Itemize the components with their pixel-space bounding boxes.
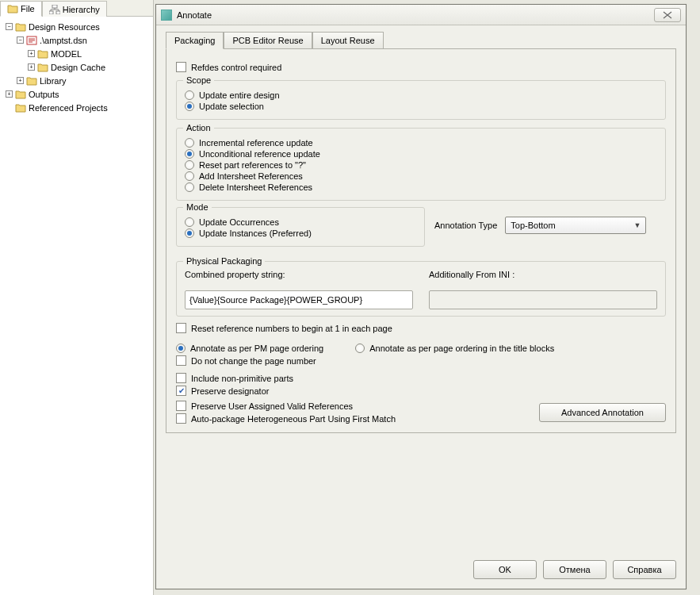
- close-button[interactable]: [654, 8, 681, 22]
- checkbox-include-non-primitive[interactable]: Include non-primitive parts: [176, 373, 666, 383]
- tree-node-dsn[interactable]: − .\amptst.dsn: [2, 33, 151, 47]
- dialog-footer: OK Отмена Справка: [156, 552, 686, 589]
- plus-icon[interactable]: +: [28, 63, 35, 71]
- project-tree[interactable]: − Design Resources − .\amptst.dsn + MODE…: [0, 17, 153, 595]
- tree-label: .\amptst.dsn: [40, 36, 87, 45]
- annotation-type-combo[interactable]: Top-Bottom ▼: [505, 217, 646, 234]
- folder-icon: [15, 22, 26, 32]
- checkbox-label: Preserve User Assigned Valid References: [191, 401, 353, 411]
- radio-icon: [185, 182, 194, 192]
- checkbox-reset-begin-1[interactable]: Reset reference numbers to begin at 1 in…: [176, 323, 666, 333]
- dialog-title: Annotate: [177, 10, 212, 20]
- radio-incremental-update[interactable]: Incremental reference update: [185, 138, 657, 148]
- tree-node-design-cache[interactable]: + Design Cache: [2, 60, 151, 74]
- radio-label: Add Intersheet References: [199, 171, 303, 181]
- tab-layout-reuse[interactable]: Layout Reuse: [312, 32, 384, 49]
- group-action: Action Incremental reference update Unco…: [176, 128, 666, 201]
- radio-icon: [185, 228, 194, 238]
- advanced-annotation-button[interactable]: Advanced Annotation: [539, 403, 666, 422]
- plus-icon[interactable]: +: [17, 77, 24, 84]
- minus-icon[interactable]: −: [6, 23, 13, 30]
- combined-property-label: Combined property string:: [185, 270, 413, 279]
- help-button[interactable]: Справка: [613, 560, 676, 579]
- dialog-titlebar[interactable]: Annotate: [156, 5, 686, 25]
- radio-label: Update entire design: [199, 90, 280, 100]
- group-title: Scope: [183, 75, 214, 85]
- combo-value: Top-Bottom: [511, 221, 555, 230]
- tree-label: Referenced Projects: [29, 103, 108, 113]
- radio-label: Update selection: [199, 102, 264, 111]
- tree-label: Outputs: [29, 90, 59, 99]
- radio-unconditional-update[interactable]: Unconditional reference update: [185, 149, 657, 159]
- svg-rect-1: [49, 11, 53, 14]
- tab-hierarchy[interactable]: Hierarchy: [42, 1, 107, 17]
- radio-icon: [185, 217, 194, 227]
- radio-title-blocks-ordering[interactable]: Annotate as per page ordering in the tit…: [355, 344, 554, 353]
- radio-reset-references[interactable]: Reset part references to "?": [185, 160, 657, 170]
- tree-node-design-resources[interactable]: − Design Resources: [2, 20, 151, 33]
- combined-property-input[interactable]: {Value}{Source Package}{POWER_GROUP}: [185, 290, 413, 309]
- spacer: [6, 104, 13, 111]
- tree-node-referenced-projects[interactable]: Referenced Projects: [2, 101, 151, 114]
- checkbox-refdes-control[interactable]: Refdes control required: [176, 62, 666, 72]
- tree-label: MODEL: [51, 49, 82, 59]
- checkbox-label: Include non-primitive parts: [191, 374, 293, 383]
- folder-icon: [26, 76, 37, 86]
- ini-input[interactable]: [429, 290, 657, 309]
- radio-add-intersheet-refs[interactable]: Add Intersheet References: [185, 171, 657, 181]
- checkbox-no-change-page-number[interactable]: Do not change the page number: [176, 355, 323, 366]
- tree-node-library[interactable]: + Library: [2, 74, 151, 87]
- input-value: {Value}{Source Package}{POWER_GROUP}: [189, 295, 362, 305]
- radio-label: Incremental reference update: [199, 138, 313, 148]
- svg-rect-2: [56, 11, 60, 14]
- annotate-dialog: Annotate Packaging PCB Editor Reuse Layo…: [155, 4, 687, 589]
- close-icon: [662, 11, 673, 19]
- tree-node-model[interactable]: + MODEL: [2, 47, 151, 60]
- radio-pm-page-ordering[interactable]: Annotate as per PM page ordering: [176, 344, 323, 353]
- radio-update-instances[interactable]: Update Instances (Preferred): [185, 228, 416, 238]
- group-title: Action: [183, 123, 214, 132]
- tab-file-label: File: [21, 4, 35, 13]
- radio-icon: [185, 102, 194, 111]
- button-label: Отмена: [559, 565, 590, 574]
- checkbox-auto-package-hetero[interactable]: Auto-package Heterogeneous Part Using Fi…: [176, 413, 531, 424]
- group-scope: Scope Update entire design Update select…: [176, 80, 666, 120]
- svg-rect-0: [52, 5, 57, 8]
- checkbox-icon: [176, 373, 186, 383]
- checkbox-icon: [176, 386, 186, 396]
- radio-label: Reset part references to "?": [199, 160, 306, 170]
- checkbox-icon: [176, 401, 186, 411]
- app-icon: [161, 10, 172, 21]
- checkbox-preserve-designator[interactable]: Preserve designator: [176, 386, 666, 396]
- tree-label: Design Resources: [29, 22, 100, 32]
- hierarchy-icon: [49, 5, 60, 14]
- dsn-file-icon: [26, 36, 37, 45]
- checkbox-label: Preserve designator: [191, 386, 269, 396]
- radio-label: Delete Intersheet References: [199, 182, 312, 192]
- radio-label: Annotate as per PM page ordering: [190, 344, 323, 353]
- button-label: Advanced Annotation: [561, 408, 644, 417]
- radio-update-occurrences[interactable]: Update Occurrences: [185, 217, 416, 227]
- tab-hierarchy-label: Hierarchy: [63, 5, 100, 14]
- radio-update-selection[interactable]: Update selection: [185, 102, 657, 111]
- checkbox-label: Reset reference numbers to begin at 1 in…: [191, 324, 392, 333]
- tab-pcb-editor-reuse[interactable]: PCB Editor Reuse: [224, 32, 312, 49]
- folder-icon: [15, 90, 26, 99]
- plus-icon[interactable]: +: [6, 90, 13, 98]
- bottom-options: Reset reference numbers to begin at 1 in…: [176, 323, 666, 426]
- radio-update-entire-design[interactable]: Update entire design: [185, 90, 657, 100]
- radio-delete-intersheet-refs[interactable]: Delete Intersheet References: [185, 182, 657, 192]
- radio-icon: [185, 149, 194, 159]
- cancel-button[interactable]: Отмена: [543, 560, 606, 579]
- checkbox-icon: [176, 62, 186, 72]
- tree-node-outputs[interactable]: + Outputs: [2, 87, 151, 101]
- radio-label: Update Instances (Preferred): [199, 228, 312, 238]
- tab-packaging[interactable]: Packaging: [166, 32, 224, 49]
- plus-icon[interactable]: +: [28, 50, 35, 57]
- radio-label: Annotate as per page ordering in the tit…: [369, 344, 554, 353]
- tab-label: PCB Editor Reuse: [232, 36, 303, 45]
- minus-icon[interactable]: −: [17, 36, 24, 44]
- ok-button[interactable]: OK: [473, 560, 537, 579]
- checkbox-preserve-user-assigned[interactable]: Preserve User Assigned Valid References: [176, 401, 531, 411]
- tab-file[interactable]: File: [0, 1, 42, 17]
